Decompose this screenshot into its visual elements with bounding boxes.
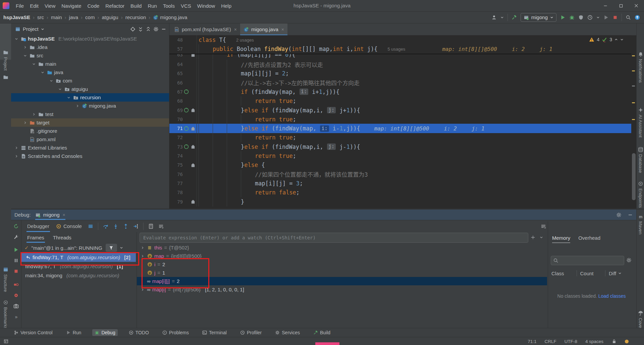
wrench-icon[interactable] [13,234,19,240]
more-icon[interactable]: » [13,314,19,320]
evaluate-expression-input[interactable]: Evaluate expression (Enter) or add a wat… [140,233,528,243]
chevron-down-icon[interactable] [41,27,44,31]
load-classes-link[interactable]: Load classes [598,293,626,299]
tree-item[interactable]: atguigu [11,85,169,93]
variable-row[interactable]: pj = 1 [137,269,547,277]
close-icon[interactable]: × [281,27,284,32]
code-line[interactable]: 72return true; [169,133,631,142]
layout-icon[interactable] [158,224,164,229]
usages-hint[interactable]: 2 usages [236,38,254,43]
frames-tab-threads[interactable]: Threads [52,232,72,243]
app-window-icon[interactable] [524,15,529,20]
lock-icon[interactable] [611,339,617,344]
settings-gear-icon[interactable] [153,26,159,32]
code-line[interactable]: 48class T{2 usages [169,35,631,45]
toolwindow-button-services[interactable]: Services [273,329,302,336]
chevron-down-icon[interactable] [14,36,19,42]
sidebar-item-project[interactable]: Project [0,50,11,70]
chevron-right-icon[interactable] [22,120,28,125]
hide-panel-icon[interactable] [161,26,166,32]
code-line[interactable]: 66//以上->右->下->左的策略往其他四个方向走 [169,78,631,88]
menu-item-refactor[interactable]: Refactor [102,3,127,9]
expand-all-icon[interactable] [138,26,143,32]
scrollbar-thumb[interactable] [632,153,636,200]
stop-icon[interactable] [13,269,19,274]
tree-item[interactable]: main [11,60,169,68]
step-over-icon[interactable] [103,224,108,229]
breadcrumb-item[interactable]: hspJavaSE [3,14,31,20]
notification-dot-icon[interactable] [625,340,629,343]
code-line[interactable]: 70return true; [169,115,631,124]
coverage-icon[interactable] [578,15,584,20]
variable-row[interactable]: pmap = {int[8][]@500} [137,252,547,260]
code-line[interactable]: 78return false; [169,188,631,197]
breadcrumb-item[interactable]: atguigu [101,14,119,20]
chevron-down-icon[interactable] [49,78,54,83]
settings-gear-icon[interactable] [616,212,622,218]
code-line[interactable]: 64//先把该点设置为2 表示可以走 [169,60,631,69]
close-icon[interactable]: × [63,212,65,218]
locate-file-icon[interactable] [130,26,136,32]
chevron-down-icon[interactable] [620,38,624,41]
memory-search-input[interactable] [551,256,624,265]
chevron-down-icon[interactable] [120,246,123,249]
run-icon[interactable] [560,15,566,20]
memory-tab-overhead[interactable]: Overhead [578,232,600,243]
tree-item[interactable]: Scratches and Consoles [11,152,169,160]
camera-icon[interactable] [13,303,19,309]
chevron-right-icon[interactable] [140,288,145,291]
chevron-right-icon[interactable] [14,145,19,151]
resume-icon[interactable] [13,247,19,252]
mute-icon[interactable] [13,282,19,287]
project-panel-title[interactable]: Project [23,26,39,32]
toolwindow-button-problems[interactable]: Problems [160,329,191,336]
breadcrumb-item[interactable]: com [85,14,95,20]
editor-tab[interactable]: Cmigong.java× [240,23,287,35]
filter-funnel-icon[interactable] [106,244,117,252]
sidebar-item-maven[interactable]: mMaven [637,214,644,234]
run-gray-icon[interactable] [603,15,609,20]
menu-item-view[interactable]: View [42,3,58,9]
editor-tab[interactable]: mpom.xml (hspJavaSE)× [171,23,240,35]
menu-item-help[interactable]: Help [218,3,234,9]
tree-item[interactable]: com [11,76,169,85]
code-line[interactable]: 71}else if (findWay(map, i: i-1,j)){map:… [169,124,631,133]
person-icon[interactable] [491,15,497,20]
tool-windows-icon[interactable] [3,339,9,344]
calc-icon[interactable] [148,224,154,229]
step-into-icon[interactable] [113,224,118,229]
code-line[interactable]: 57public Boolean findWay(int[][] map,int… [169,44,631,54]
editor-scrollbar[interactable] [631,35,636,209]
code-editor[interactable]: 63if (map[i][j] == 0){64//先把该点设置为2 表示可以走… [169,35,631,209]
menu-item-file[interactable]: File [13,3,27,9]
toolwindow-button-version-control[interactable]: Version Control [11,329,55,336]
memory-column-class[interactable]: Class [548,270,577,276]
indent-style[interactable]: 4 spaces [585,339,603,344]
tree-item[interactable]: External Libraries [11,143,169,152]
commit-icon[interactable] [0,74,11,80]
chevron-right-icon[interactable] [140,254,145,258]
breadcrumb-item[interactable]: recursion [125,14,147,20]
code-line[interactable]: 77map[i][j] = 3; [169,179,631,188]
code-line[interactable]: 79} [169,197,631,207]
debug-session-tab[interactable]: migong × [35,210,65,220]
maximize-icon[interactable] [613,0,629,11]
thread-selector[interactable]: ✓ "main"@1 in g...ain": RUNNING [21,243,136,253]
tree-item[interactable]: target [11,118,169,127]
chevron-down-icon[interactable] [66,95,71,100]
memory-column-diff[interactable]: Diff [605,271,632,276]
menu-item-edit[interactable]: Edit [27,3,42,9]
stack-frame-row[interactable]: findWay:71, T(com.atguigu.recursion)[2] [21,253,136,262]
usages-hint[interactable]: 5 usages [387,47,405,52]
chevron-down-icon[interactable] [500,16,504,19]
add-watch-icon[interactable] [530,235,536,240]
breadcrumb-item[interactable]: main [50,14,63,20]
minimize-icon[interactable] [598,0,613,11]
hamburger-icon[interactable] [88,224,93,229]
update-icon[interactable] [635,15,640,20]
close-icon[interactable]: × [234,27,237,32]
toolwindow-button-run[interactable]: Run [64,329,84,336]
toolwindow-button-todo[interactable]: TODO [126,329,151,336]
memory-tab-memory[interactable]: Memory [552,232,570,243]
pause-icon[interactable] [13,258,19,263]
